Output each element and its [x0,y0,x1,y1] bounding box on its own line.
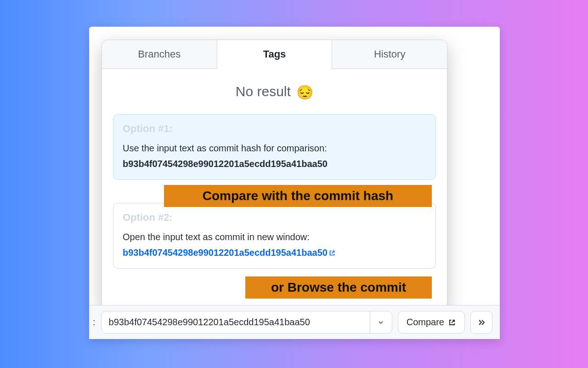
option-2-card[interactable]: Option #2: Open the input text as commit… [113,203,436,269]
ref-input-group [101,311,392,334]
option-1-card[interactable]: Option #1: Use the input text as commit … [113,114,436,180]
pensive-face-icon: 😔 [296,85,313,100]
more-button[interactable] [470,311,492,334]
compare-button-label: Compare [407,317,444,328]
option-1-title: Option #1: [123,123,426,135]
no-result-message: No result 😔 [113,84,436,100]
no-result-text: No result [236,84,291,99]
option-1-text: Use the input text as commit hash for co… [123,141,426,155]
option-2-hash-text: b93b4f07454298e99012201a5ecdd195a41baa50 [123,247,328,258]
chevron-double-right-icon [477,318,486,327]
option-2-title: Option #2: [123,212,426,224]
ref-dropdown-toggle[interactable] [370,311,392,333]
compare-toolbar: : Compare [89,305,500,339]
tab-history[interactable]: History [332,40,447,69]
external-link-icon [328,249,336,257]
option-1-hash: b93b4f07454298e99012201a5ecdd195a41baa50 [123,159,426,169]
compare-button[interactable]: Compare [398,311,465,334]
tabs: Branches Tags History [102,40,447,69]
ref-input[interactable] [102,311,370,333]
ref-picker-popup: Branches Tags History No result 😔 Option… [102,40,447,315]
annotation-1: Compare with the commit hash [164,185,432,207]
tab-branches[interactable]: Branches [102,40,217,69]
option-2-hash-link[interactable]: b93b4f07454298e99012201a5ecdd195a41baa50 [123,247,336,258]
external-link-icon [448,318,456,327]
annotation-2: or Browse the commit [245,276,432,299]
option-2-text: Open the input text as commit in new win… [123,230,426,244]
chevron-down-icon [377,319,384,326]
tab-tags[interactable]: Tags [217,40,333,69]
leading-colon: : [93,317,96,328]
